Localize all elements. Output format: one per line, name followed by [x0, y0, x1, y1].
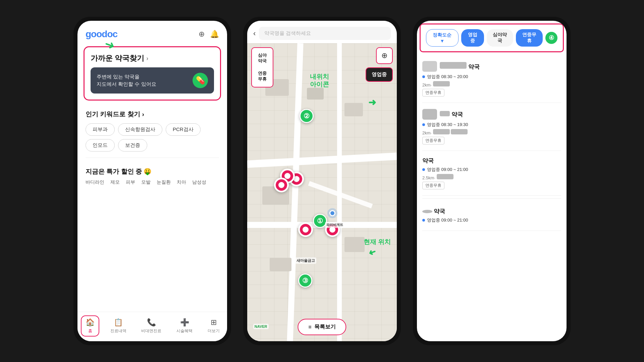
operating-filter-button[interactable]: 영업중: [461, 29, 484, 47]
allday-filter[interactable]: 연중무휴: [255, 69, 270, 84]
keywords-title: 인기 키워드로 찾기 ›: [86, 110, 219, 119]
nav-more[interactable]: ⊞ 더보기: [204, 316, 224, 336]
pharmacy-name-row: 약국: [422, 207, 561, 215]
pharmacy-banner[interactable]: ➜ 가까운 약국찾기 › 주변에 있는 약국을 지도에서 확인할 수 있어요 💊: [84, 46, 221, 101]
pharmacy-pin[interactable]: [274, 178, 289, 192]
pharmacy-list: 약국 영업중 08:30 ~ 20:00 2km· 연중무휴 약국: [417, 55, 567, 341]
keywords-section: 인기 키워드로 찾기 › 피부과 신속항원검사 PCR검사 인모드 보건증: [77, 104, 227, 154]
building: [307, 88, 324, 100]
crosshair-icon: ⊕: [381, 51, 387, 60]
nav-benefits[interactable]: ➕ 시술혜택: [172, 316, 197, 336]
sale-tab[interactable]: 치아: [177, 179, 186, 185]
pharmacy-distance: 2km·: [422, 81, 561, 87]
banner-card[interactable]: 주변에 있는 약국을 지도에서 확인할 수 있어요 💊: [91, 67, 214, 94]
place-label: 새마을금고: [295, 257, 316, 264]
accuracy-sort-button[interactable]: 정확도순 ▼: [426, 29, 459, 47]
pharmacy-search-input[interactable]: 약국명을 검색하세요: [259, 27, 391, 40]
pharmacy-item[interactable]: 약국 영업중 09:00 ~ 21:00 2.5km· 연중무휴: [422, 151, 561, 196]
keyword-tag[interactable]: 인모드: [86, 139, 115, 152]
screen-3: 정확도순 ▼ 영업중 심야약국 연중무휴 ④ 약국 영업중 08:30 ~ 20…: [417, 21, 567, 341]
list-icon: ≡: [308, 324, 311, 330]
sale-tab[interactable]: 남성성: [192, 179, 206, 185]
blurred-dist: [437, 174, 453, 179]
sale-tab[interactable]: 제모: [110, 179, 120, 185]
nav-more-label: 더보기: [208, 328, 220, 334]
pharmacy-item[interactable]: 약국 영업중 08:30 ~ 19:30 2km· 연중무휴: [422, 103, 561, 151]
pharmacy-thumbnail: [422, 109, 437, 120]
circle-badge-4: ④: [545, 32, 557, 44]
nav-benefits-label: 시술혜택: [176, 328, 193, 334]
grid-icon: ⊞: [211, 318, 217, 327]
nav-records[interactable]: 📋 진료내역: [106, 316, 130, 336]
pharmacy-status: 영업중 09:00 ~ 21:00: [422, 217, 561, 223]
status-dot: [422, 123, 425, 126]
map-container[interactable]: 심야약국 연중무휴 ⊕ 영업중 ① ② ③ 새마을금고 파리바게뜨: [247, 43, 397, 341]
screen-1: goodoc ⊕ 🔔 ➜ 가까운 약국찾기 › 주변에 있는 약국을 지도에서 …: [77, 21, 227, 341]
blurred-dist: [433, 81, 450, 86]
nav-telemedicine-label: 비대면진료: [141, 328, 161, 334]
bottom-nav: 🏠 홈 📋 진료내역 📞 비대면진료 ➕ 시술혜택 ⊞ 더보기: [77, 312, 227, 341]
pharmacy-name-row: 약국: [422, 61, 561, 72]
home-icon: 🏠: [86, 318, 95, 327]
records-icon: 📋: [114, 318, 123, 327]
night-filter-button[interactable]: 심야약국: [487, 29, 514, 47]
bell-icon[interactable]: 🔔: [210, 30, 219, 39]
phone-icon: 📞: [147, 318, 156, 327]
pharmacy-tag: 연중무휴: [422, 182, 444, 189]
phone-3: 정확도순 ▼ 영업중 심야약국 연중무휴 ④ 약국 영업중 08:30 ~ 20…: [413, 17, 571, 345]
keyword-tag[interactable]: PCR검사: [166, 123, 201, 136]
pharmacy-item[interactable]: 약국 영업중 09:00 ~ 21:00: [422, 201, 561, 231]
pharmacy-distance: 2km·: [422, 129, 561, 135]
phone-2: ‹ 약국명을 검색하세요 심야약국 연중무휴: [243, 17, 401, 345]
blurred-dots: [422, 210, 432, 213]
night-pharmacy-filter[interactable]: 심야약국: [255, 51, 270, 66]
nav-telemedicine[interactable]: 📞 비대면진료: [137, 316, 165, 336]
pharmacy-item[interactable]: 약국 영업중 08:30 ~ 20:00 2km· 연중무휴: [422, 55, 561, 103]
filter-bar: 정확도순 ▼ 영업중 심야약국 연중무휴 ④: [420, 23, 564, 52]
sale-tabs: 바디라인 제모 피부 모발 눈질환 치아 남성성: [86, 179, 219, 185]
location-center-button[interactable]: ⊕: [376, 47, 393, 64]
chevron-icon: ›: [146, 55, 148, 62]
operating-badge[interactable]: 영업중: [366, 67, 393, 82]
pharmacy-pin[interactable]: [298, 222, 313, 237]
pharmacy-status: 영업중 09:00 ~ 21:00: [422, 167, 561, 173]
banner-card-text: 주변에 있는 약국을 지도에서 확인할 수 있어요: [97, 73, 156, 88]
goodoc-logo: goodoc: [86, 29, 117, 40]
back-button[interactable]: ‹: [253, 29, 256, 38]
blurred-name: [440, 62, 467, 69]
pharmacy-distance: 2.5km·: [422, 174, 561, 180]
circle-marker-2: ②: [300, 109, 314, 123]
status-dot: [422, 75, 425, 78]
pharmacy-name-text: 약국: [434, 207, 445, 215]
building: [344, 103, 363, 116]
sale-tab[interactable]: 모발: [141, 179, 151, 185]
status-dot: [422, 219, 425, 222]
banner-title: 가까운 약국찾기 ›: [91, 53, 214, 63]
pill-icon-button[interactable]: 💊: [193, 73, 208, 88]
blurred-dist2: [451, 129, 468, 134]
sale-tab[interactable]: 피부: [126, 179, 135, 185]
location-icon[interactable]: ⊕: [199, 30, 205, 39]
annotation-naewichi: 내위치아이콘: [310, 73, 329, 88]
map-header: ‹ 약국명을 검색하세요: [247, 21, 397, 43]
place-label: 파리바게뜨: [325, 222, 344, 228]
keyword-tag[interactable]: 피부과: [86, 123, 115, 136]
pharmacy-status: 영업중 08:30 ~ 19:30: [422, 122, 561, 128]
nav-home-label: 홈: [88, 328, 92, 334]
sale-tab[interactable]: 바디라인: [86, 179, 104, 185]
building: [270, 258, 291, 271]
circle-marker-3: ③: [298, 274, 312, 288]
allday-filter-button[interactable]: 연중무휴: [516, 29, 543, 47]
pharmacy-name-row: 약국: [422, 109, 561, 120]
sale-section: 지금은 특가 할인 중 🤑 바디라인 제모 피부 모발 눈질환 치아 남성성: [77, 161, 227, 188]
keyword-tag[interactable]: 신속항원검사: [118, 123, 162, 136]
phone-1: goodoc ⊕ 🔔 ➜ 가까운 약국찾기 › 주변에 있는 약국을 지도에서 …: [73, 17, 231, 345]
keyword-tag[interactable]: 보건증: [118, 139, 147, 152]
list-view-button[interactable]: ≡ 목록보기: [298, 319, 346, 335]
naver-label: NAVER: [253, 324, 269, 329]
pharmacy-name-text: 약국: [422, 157, 434, 165]
screen-2: ‹ 약국명을 검색하세요 심야약국 연중무휴: [247, 21, 397, 341]
header-icons: ⊕ 🔔: [199, 30, 219, 39]
nav-home[interactable]: 🏠 홈: [81, 315, 99, 337]
sale-tab[interactable]: 눈질환: [157, 179, 171, 185]
